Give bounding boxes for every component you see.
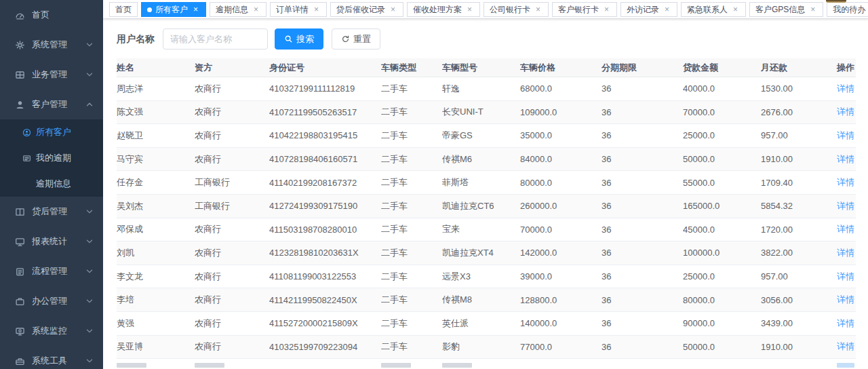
detail-link[interactable]: 详情 — [837, 248, 854, 258]
cell-action: 详情 — [835, 83, 856, 95]
detail-link[interactable]: 详情 — [837, 318, 854, 328]
sidebar-item-process-management[interactable]: 流程管理 — [0, 256, 103, 286]
tab-label: 外访记录 — [627, 4, 659, 16]
tab-order-detail[interactable]: 订单详情× — [270, 2, 327, 17]
sidebar-item-home[interactable]: 首页 — [0, 0, 103, 30]
sidebar-item-system-tools[interactable]: 系统工具 — [0, 346, 103, 369]
close-icon[interactable]: × — [312, 5, 321, 14]
cell-installment-term: 36 — [601, 342, 683, 352]
cell-vehicle-type: 二手车 — [381, 83, 442, 95]
search-input[interactable] — [163, 28, 268, 50]
reset-button[interactable]: 重置 — [332, 28, 380, 50]
close-icon[interactable]: × — [808, 5, 817, 14]
detail-link[interactable]: 详情 — [837, 201, 854, 211]
search-button[interactable]: 搜索 — [275, 28, 323, 50]
tab-emergency-contacts[interactable]: 紧急联系人× — [681, 2, 746, 17]
cell-monthly-payment: 957.00 — [761, 130, 835, 140]
detail-link[interactable]: 详情 — [837, 130, 854, 140]
cell-funder: 农商行 — [195, 106, 269, 118]
cell-funder: 农商行 — [195, 130, 269, 142]
sidebar-subitem-all-customers[interactable]: 所有客户 — [0, 119, 103, 145]
sidebar-subitem-overdue-info[interactable]: 逾期信息 — [0, 171, 103, 197]
tab-customer-bank-card[interactable]: 客户银行卡× — [552, 2, 617, 17]
sidebar-item-system-monitoring[interactable]: 系统监控 — [0, 316, 103, 346]
tab-my-todo[interactable]: 我的待办× — [827, 2, 868, 17]
cell-name: 李文龙 — [117, 271, 195, 283]
sidebar-menu: 首页系统管理业务管理客户管理所有客户我的逾期逾期信息贷后管理报表统计流程管理办公… — [0, 0, 103, 369]
tab-visit-records[interactable]: 外访记录× — [620, 2, 677, 17]
table-row: 周志洋农商行410327199111112819二手车轩逸68000.03640… — [117, 77, 856, 101]
cell-funder: 农商行 — [195, 317, 269, 330]
search-form: 用户名称 搜索 重置 — [117, 28, 856, 50]
cell-partial — [381, 359, 442, 368]
cell-partial — [195, 359, 269, 368]
close-icon[interactable]: × — [465, 5, 474, 14]
cell-id-number: 41232819810203631X — [269, 248, 381, 258]
tab-company-bank-card[interactable]: 公司银行卡× — [484, 2, 549, 17]
cell-vehicle-type: 二手车 — [381, 106, 442, 118]
detail-link[interactable]: 详情 — [837, 294, 854, 305]
sidebar-subitem-label: 我的逾期 — [36, 152, 71, 164]
cell-vehicle-type: 二手车 — [381, 271, 442, 283]
cell-monthly-payment: 5854.32 — [761, 201, 835, 211]
sidebar-item-customer-management[interactable]: 客户管理 — [0, 90, 103, 119]
detail-link[interactable]: 详情 — [837, 224, 854, 234]
cell-vehicle-model: 长安UNI-T — [442, 106, 520, 118]
sidebar-item-business-management[interactable]: 业务管理 — [0, 60, 103, 90]
cell-funder: 工商银行 — [195, 176, 269, 189]
cell-vehicle-price: 128800.0 — [520, 295, 601, 305]
tab-label: 逾期信息 — [216, 4, 248, 16]
detail-link[interactable]: 详情 — [837, 271, 854, 281]
close-icon[interactable]: × — [191, 5, 200, 14]
sidebar-item-system-management[interactable]: 系统管理 — [0, 30, 103, 60]
column-header-vehicle-model: 车辆型号 — [442, 62, 520, 74]
main-area: 首页所有客户×逾期信息×订单详情×贷后催收记录×催收处理方案×公司银行卡×客户银… — [103, 0, 868, 369]
detail-link[interactable]: 详情 — [837, 341, 854, 351]
close-icon[interactable]: × — [731, 5, 740, 14]
postloan-icon — [15, 207, 25, 217]
cell-funder: 农商行 — [195, 294, 269, 306]
cell-name: 赵晓卫 — [117, 130, 195, 142]
cell-action: 详情 — [835, 223, 856, 235]
detail-link[interactable]: 详情 — [837, 83, 854, 94]
close-icon[interactable]: × — [389, 5, 397, 14]
partial-link — [837, 363, 854, 368]
close-icon[interactable]: × — [252, 5, 260, 14]
tab-collection-plan[interactable]: 催收处理方案× — [407, 2, 480, 17]
sidebar-item-office-management[interactable]: 办公管理 — [0, 286, 103, 316]
cell-installment-term: 36 — [601, 295, 683, 305]
column-header-vehicle-type: 车辆类型 — [381, 62, 442, 74]
close-icon[interactable]: × — [663, 5, 671, 14]
cell-name: 李培 — [117, 294, 195, 306]
sidebar-submenu: 所有客户我的逾期逾期信息 — [0, 119, 103, 197]
content: 用户名称 搜索 重置 姓名资方身份证号车辆类型车辆型号车辆价格分期期限贷款金额月… — [103, 19, 868, 369]
cell-loan-amount: 70000.0 — [683, 107, 761, 117]
tab-overdue-info[interactable]: 逾期信息× — [210, 2, 267, 17]
detail-link[interactable]: 详情 — [837, 154, 854, 164]
cell-name: 周志洋 — [117, 83, 195, 95]
tab-all-customers[interactable]: 所有客户× — [141, 2, 206, 17]
detail-link[interactable]: 详情 — [837, 106, 854, 117]
top-edge-artifact — [826, 0, 846, 3]
sidebar-item-postloan-management[interactable]: 贷后管理 — [0, 197, 103, 227]
sidebar-subitem-label: 逾期信息 — [36, 178, 71, 190]
cell-id-number: 41152720000215809X — [269, 318, 381, 328]
table-row: 赵晓卫农商行410422198803195415二手车帝豪GS35000.036… — [117, 124, 856, 148]
sidebar-subitem-my-overdue[interactable]: 我的逾期 — [0, 145, 103, 171]
table-header: 姓名资方身份证号车辆类型车辆型号车辆价格分期期限贷款金额月还款操作 — [117, 58, 856, 77]
close-icon[interactable]: × — [534, 5, 542, 14]
partial-text — [195, 363, 224, 368]
cell-installment-term: 36 — [601, 225, 683, 235]
active-tab-dot-icon — [147, 7, 152, 12]
detail-link[interactable]: 详情 — [837, 177, 854, 187]
partial-text — [442, 363, 472, 368]
close-icon[interactable]: × — [602, 5, 611, 14]
cell-vehicle-price: 77000.0 — [520, 342, 601, 352]
tab-postloan-collection-records[interactable]: 贷后催收记录× — [330, 2, 403, 17]
sidebar-item-report-statistics[interactable]: 报表统计 — [0, 227, 103, 256]
search-icon — [284, 35, 293, 43]
customer-table: 姓名资方身份证号车辆类型车辆型号车辆价格分期期限贷款金额月还款操作 周志洋农商行… — [117, 58, 856, 369]
tab-home[interactable]: 首页 — [109, 2, 138, 17]
tab-customer-gps-info[interactable]: 客户GPS信息× — [749, 2, 823, 17]
cell-funder: 农商行 — [195, 271, 269, 283]
